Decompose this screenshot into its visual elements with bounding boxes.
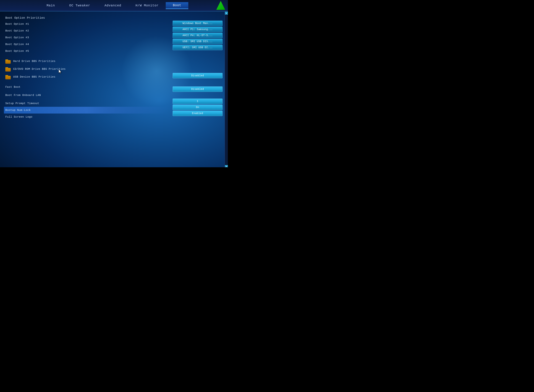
boot-option-4-value[interactable]: USB: SMI USB DIS... — [173, 39, 223, 44]
section-header: Boot Option Priorities — [5, 15, 169, 21]
full-screen-logo-row[interactable]: Full Screen Logo — [5, 113, 169, 120]
setup-prompt-value[interactable]: 1 — [173, 98, 223, 104]
setup-prompt-row[interactable]: Setup Prompt Timeout — [5, 100, 169, 107]
boot-option-3-label: Boot Option #3 — [5, 36, 169, 39]
tab-oc-tweaker[interactable]: OC Tweaker — [62, 2, 97, 9]
tab-hw-monitor[interactable]: H/W Monitor — [128, 2, 166, 9]
full-screen-logo-label: Full Screen Logo — [5, 116, 169, 118]
hard-drive-bbs-row[interactable]: Hard Drive BBS Priorities — [5, 57, 169, 65]
boot-from-lan-row[interactable]: Boot From Onboard LAN — [5, 92, 169, 98]
fast-boot-row[interactable]: Fast Boot — [5, 84, 169, 90]
logo-shape — [216, 1, 225, 10]
fast-boot-label: Fast Boot — [5, 86, 169, 89]
full-screen-logo-value[interactable]: Enabled — [173, 111, 223, 116]
spacer-3 — [5, 90, 169, 92]
tab-boot[interactable]: Boot — [166, 2, 188, 9]
boot-option-5-row[interactable]: Boot Option #5 — [5, 48, 169, 54]
logo — [215, 0, 226, 11]
right-panel: Windows Boot Man... AHCI P1: Samsung... … — [173, 15, 223, 164]
boot-option-4-row[interactable]: Boot Option #4 — [5, 41, 169, 48]
bootup-numlock-value[interactable]: On — [173, 105, 223, 110]
boot-option-1-value[interactable]: Windows Boot Man... — [173, 21, 223, 26]
fast-boot-value[interactable]: Disabled — [173, 73, 223, 78]
spacer-2 — [5, 81, 169, 84]
hard-drive-bbs-label: Hard Drive BBS Priorities — [13, 60, 56, 63]
folder-icon-hdd — [5, 59, 11, 64]
right-spacer-2 — [173, 79, 223, 86]
boot-option-2-row[interactable]: Boot Option #2 — [5, 27, 169, 34]
boot-option-5-value[interactable]: UEFI: SMI USB DI... — [173, 45, 223, 50]
top-nav: Main OC Tweaker Advanced H/W Monitor Boo… — [0, 0, 228, 11]
spacer-1 — [5, 54, 169, 57]
boot-option-1-row[interactable]: Boot Option #1 — [5, 21, 169, 27]
boot-option-3-value[interactable]: AHCI P4: HL-DT-S... — [173, 33, 223, 38]
cdrom-bbs-row[interactable]: CD/DVD ROM Drive BBS Priorities — [5, 65, 169, 73]
boot-from-lan-label: Boot From Onboard LAN — [5, 94, 169, 97]
boot-from-lan-value[interactable]: Disabled — [173, 86, 223, 92]
nav-tabs: Main OC Tweaker Advanced H/W Monitor Boo… — [4, 2, 224, 9]
boot-option-1-label: Boot Option #1 — [5, 23, 169, 26]
boot-option-2-label: Boot Option #2 — [5, 29, 169, 32]
bootup-numlock-row[interactable]: Bootup Num-Lock — [4, 107, 169, 113]
setup-prompt-label: Setup Prompt Timeout — [5, 102, 169, 105]
spacer-4 — [5, 98, 169, 100]
boot-option-2-value[interactable]: AHCI P1: Samsung... — [173, 27, 223, 32]
left-panel: Boot Option Priorities Boot Option #1 Bo… — [5, 15, 169, 164]
boot-option-4-label: Boot Option #4 — [5, 43, 169, 46]
folder-icon-usb — [5, 74, 11, 79]
bootup-numlock-label: Bootup Num-Lock — [5, 109, 169, 112]
tab-advanced[interactable]: Advanced — [97, 2, 128, 9]
cdrom-bbs-label: CD/DVD ROM Drive BBS Priorities — [13, 68, 66, 71]
boot-option-5-label: Boot Option #5 — [5, 50, 169, 53]
right-spacer-1 — [173, 51, 223, 72]
main-content: Boot Option Priorities Boot Option #1 Bo… — [0, 11, 228, 167]
usb-bbs-label: USB Device BBS Priorities — [13, 75, 56, 79]
tab-main[interactable]: Main — [39, 2, 62, 9]
usb-bbs-row[interactable]: USB Device BBS Priorities — [5, 73, 169, 81]
right-spacer-3 — [173, 93, 223, 98]
folder-icon-cdrom — [5, 66, 11, 71]
boot-option-3-row[interactable]: Boot Option #3 — [5, 34, 169, 41]
